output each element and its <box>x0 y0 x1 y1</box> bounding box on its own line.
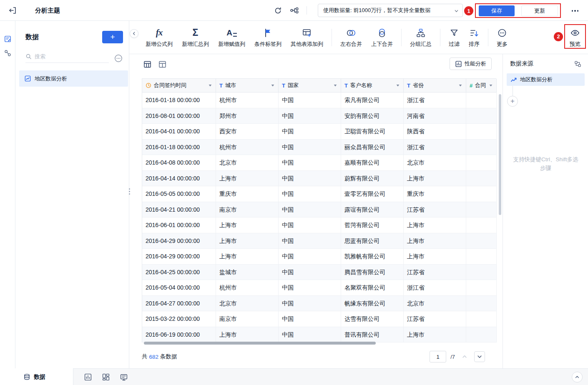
search-options-icon[interactable] <box>114 54 123 63</box>
toolbar-group-summary[interactable]: 分组汇总 <box>410 27 432 48</box>
dashboard-button[interactable] <box>101 372 111 382</box>
toolbar-new-formula-column[interactable]: fx 新增公式列 <box>146 27 173 48</box>
table-cell: 中国 <box>279 186 341 202</box>
update-button[interactable]: 更新 <box>521 5 558 16</box>
refresh-button[interactable] <box>272 5 284 16</box>
table-cell: 2016-06-19 00:00:00 <box>142 327 216 343</box>
column-header-4[interactable]: T省份 <box>404 79 466 92</box>
toolbar-merge-left-right[interactable]: 左右合并 <box>340 27 362 48</box>
sidebar-item-label: 地区数据分析 <box>35 75 67 82</box>
column-header-3[interactable]: T客户名称 <box>341 79 404 92</box>
table-cell: 2016-04-25 00:00:00 <box>142 265 216 280</box>
table-cell: 2016-04-21 00:00:00 <box>142 202 216 218</box>
data-usage-dropdown[interactable]: 使用数据量: 前1000万行，暂不支持全量数据 <box>318 4 463 17</box>
table-row[interactable]: 2016-04-25 00:00:00盐城市中国腾昌雪有限公司江苏省 <box>142 265 496 280</box>
grid-view-button[interactable] <box>142 59 153 70</box>
table-row[interactable]: 2016-04-21 00:00:00南京市中国露谊有限公司江苏省 <box>142 202 496 218</box>
column-header-1[interactable]: T城市 <box>216 79 279 92</box>
toolbar-add-column-from-table[interactable]: 其他表添加列 <box>291 27 323 48</box>
toolbar-merge-top-bottom[interactable]: 上下合并 <box>371 27 393 48</box>
table-row[interactable]: 2016-04-29 00:00:00上海市中国凯雅帆有限公司上海市 <box>142 249 496 265</box>
table-row[interactable]: 2016-05-04 00:00:00杭州市中国名聚双有限公司浙江省 <box>142 280 496 296</box>
table-cell: 中国 <box>279 140 341 155</box>
pipeline-button[interactable] <box>289 5 300 16</box>
toolbar-more[interactable]: 更多 <box>497 27 508 48</box>
table-cell: 2016-05-05 00:00:00 <box>142 186 216 202</box>
eye-icon <box>570 28 580 38</box>
table-row[interactable]: 2016-04-01 00:00:00西安市中国卫聪雷有限公司陕西省 <box>142 124 496 140</box>
toolbar-preview[interactable]: 2 预览 <box>570 27 580 48</box>
column-header-0[interactable]: 合同签约时间 <box>142 79 216 92</box>
caret-down-icon[interactable] <box>208 83 212 88</box>
toolbar-sort[interactable]: 排序 <box>469 27 480 48</box>
tab-data[interactable]: 数据 <box>0 368 73 385</box>
sidebar-item-region-analysis[interactable]: 地区数据分析 <box>19 70 128 87</box>
column-view-button[interactable] <box>157 59 168 70</box>
steps-layout-icon[interactable] <box>574 60 581 68</box>
toolbar-filter[interactable]: 过滤 <box>449 27 460 48</box>
toolbar-new-assign-column[interactable]: A 新增赋值列 <box>218 27 245 48</box>
horizontal-scrollbar[interactable] <box>144 342 376 345</box>
collapse-panel-button[interactable] <box>572 372 583 382</box>
top-more-button[interactable] <box>568 5 582 17</box>
edit-table-nav-button[interactable] <box>0 32 15 46</box>
top-bar: 分析主题 使用数据量: 前1000万行，暂不支持全量数据 1 保存 更新 <box>0 0 588 21</box>
table-cell: 2016-05-04 00:00:00 <box>142 280 216 296</box>
table-add-icon <box>302 28 312 38</box>
table-row[interactable]: 2016-01-18 00:00:00杭州市中国丽众昌有限公司浙江省 <box>142 140 496 155</box>
performance-analysis-button[interactable]: 性能分析 <box>450 58 492 70</box>
add-data-button[interactable]: + <box>102 31 123 43</box>
toolbar-new-summary-column[interactable]: Σ 新增汇总列 <box>182 27 209 48</box>
caret-down-icon[interactable] <box>458 83 462 88</box>
table-row[interactable]: 2015-03-22 00:00:00南京市中国达雪有限公司江苏省 <box>142 311 496 327</box>
table-row[interactable]: 2016-04-29 00:00:00上海市中国思蓝有限公司上海市 <box>142 233 496 249</box>
table-cell: 露谊有限公司 <box>341 202 404 218</box>
column-header-5[interactable]: #合同 <box>466 79 497 92</box>
table-cell: 上海市 <box>404 171 466 187</box>
table-row[interactable]: 2016-04-27 00:00:00北京市中国帆缘东有限公司北京市 <box>142 296 496 312</box>
table-cell: 上海市 <box>216 249 279 265</box>
relation-nav-button[interactable] <box>0 46 15 60</box>
table-cell <box>466 218 497 233</box>
table-row[interactable]: 2016-06-19 00:00:00上海市中国普讯有限公司上海市 <box>142 327 496 343</box>
search-field[interactable] <box>25 53 109 63</box>
table-cell: 2016-06-01 00:00:00 <box>142 218 216 233</box>
caret-down-icon[interactable] <box>333 83 337 88</box>
exit-button[interactable] <box>7 5 18 16</box>
table-row[interactable]: 2016-04-14 00:00:00上海市中国蔚辉有限公司上海市 <box>142 171 496 187</box>
save-button[interactable]: 保存 <box>479 5 515 16</box>
database-icon <box>23 373 30 380</box>
sidebar-collapse-button[interactable] <box>130 29 138 38</box>
caret-down-icon[interactable] <box>396 83 400 88</box>
next-page-button[interactable] <box>474 351 485 362</box>
data-usage-label: 使用数据量: 前1000万行，暂不支持全量数据 <box>323 7 430 14</box>
caret-down-icon[interactable] <box>489 83 493 88</box>
search-input[interactable] <box>35 53 109 60</box>
table-row[interactable]: 2016-05-05 00:00:00重庆市中国壹零艺有限公司重庆市 <box>142 186 496 202</box>
table-row[interactable]: 2016-08-01 00:00:00郑州市中国安韵有限公司河南省 <box>142 108 496 124</box>
table-cell: 中国 <box>279 296 341 312</box>
table-row[interactable]: 2016-04-08 00:00:00北京市中国嘉顺有限公司北京市 <box>142 155 496 171</box>
report-button[interactable] <box>118 372 129 382</box>
previous-page-button[interactable] <box>459 351 470 362</box>
data-source-step-region-analysis[interactable]: 地区数据分析 <box>507 73 585 86</box>
page-number-input[interactable] <box>430 351 446 362</box>
table-cell: 中国 <box>279 327 341 343</box>
table-row[interactable]: 2016-06-01 00:00:00上海市中国哲菏有限公司上海市 <box>142 218 496 233</box>
panel-resize-handle[interactable] <box>128 188 131 195</box>
caret-down-icon[interactable] <box>271 83 275 88</box>
table-cell: 北京市 <box>216 296 279 312</box>
component-chart-button[interactable] <box>83 372 93 382</box>
toolbar-condition-tag-column[interactable]: 条件标签列 <box>254 27 281 48</box>
column-header-2[interactable]: T国家 <box>279 79 341 92</box>
table-cell: 上海市 <box>216 233 279 249</box>
more-circle-icon <box>497 28 507 38</box>
add-step-button[interactable]: + <box>507 96 518 107</box>
vertical-scrollbar[interactable] <box>499 94 501 215</box>
annotation-step-2-badge: 2 <box>554 32 563 41</box>
sidebar-header: 数据 + <box>15 21 129 43</box>
performance-analysis-label: 性能分析 <box>465 60 486 68</box>
table-cell: 上海市 <box>404 233 466 249</box>
table-row[interactable]: 2016-01-18 00:00:00杭州市中国索凡有限公司浙江省 <box>142 92 496 108</box>
table-cell: 嘉顺有限公司 <box>341 155 404 171</box>
